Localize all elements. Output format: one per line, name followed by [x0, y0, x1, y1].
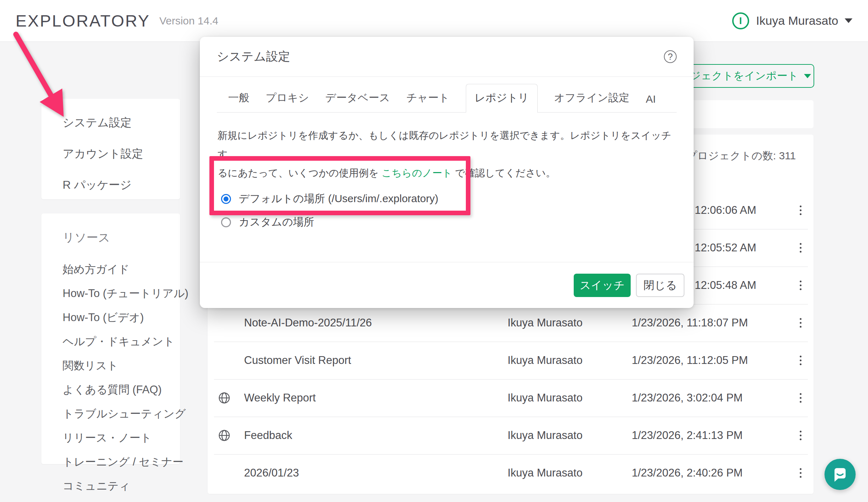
system-settings-modal: システム設定 ? 一般プロキシデータベースチャートレポジトリオフライン設定AI …: [200, 37, 694, 308]
radio-label: カスタムの場所: [239, 215, 314, 229]
tab-プロキシ[interactable]: プロキシ: [266, 84, 309, 112]
row-menu-icon[interactable]: [797, 428, 804, 443]
radio-selected-icon[interactable]: [221, 194, 231, 204]
project-row[interactable]: FeedbackIkuya Murasato1/23/2026, 2:41:13…: [208, 417, 814, 454]
menu-dot: [800, 476, 802, 478]
project-owner: Ikuya Murasato: [508, 392, 583, 404]
project-owner: Ikuya Murasato: [508, 429, 583, 442]
menu-dot: [800, 393, 802, 395]
resource-link[interactable]: How-To (ビデオ): [63, 310, 173, 325]
description-line2: るにあたって、いくつかの使用例を こちらのノート で確認してください。: [218, 164, 676, 182]
tab-AI[interactable]: AI: [646, 87, 656, 112]
project-row[interactable]: Customer Visit ReportIkuya Murasato1/23/…: [208, 342, 814, 379]
project-row[interactable]: Note-AI-Demo-2025/11/26Ikuya Murasato1/2…: [208, 304, 814, 342]
menu-dot: [800, 401, 802, 403]
resource-link[interactable]: コミュニティ: [63, 479, 173, 494]
project-name: Note-AI-Demo-2025/11/26: [244, 316, 372, 329]
chat-launcher-button[interactable]: [824, 459, 856, 490]
repository-location-options: デフォルトの場所 (/Users/im/.exploratory)カスタムの場所: [221, 193, 676, 229]
app-header: EXPLORATORY Version 14.4 I Ikuya Murasat…: [0, 0, 868, 42]
resource-link[interactable]: リリース・ノート: [63, 430, 173, 445]
project-timestamp: 1/23/2026, 11:18:07 PM: [632, 316, 748, 329]
resources-list: 始め方ガイドHow-To (チュートリアル)How-To (ビデオ)ヘルプ・ドキ…: [63, 262, 173, 494]
project-timestamp: 12:06:06 AM: [695, 204, 756, 217]
app-logo: EXPLORATORY: [16, 11, 150, 30]
radio-unselected-icon[interactable]: [221, 217, 231, 227]
menu-dot: [800, 468, 802, 470]
app-version: Version 14.4: [159, 15, 218, 27]
published-globe-icon: [218, 391, 231, 405]
tab-一般[interactable]: 一般: [228, 84, 249, 112]
repository-description: 新規にレポジトリを作成するか、もしくは既存のレポジトリを選択できます。レポジトリ…: [218, 126, 676, 183]
menu-dot: [800, 322, 802, 324]
project-owner: Ikuya Murasato: [508, 467, 583, 479]
project-owner: Ikuya Murasato: [508, 354, 583, 367]
menu-dot: [800, 318, 802, 320]
description-line2-pre: るにあたって、いくつかの使用例を: [218, 167, 382, 178]
row-menu-icon[interactable]: [797, 353, 804, 368]
menu-dot: [800, 289, 802, 290]
resource-link[interactable]: ヘルプ・ドキュメント: [63, 334, 173, 349]
project-timestamp: 1/23/2026, 2:40:26 PM: [632, 467, 743, 479]
project-name: Weekly Report: [244, 392, 316, 404]
description-line2-post: で確認してください。: [452, 167, 556, 178]
radio-option[interactable]: デフォルトの場所 (/Users/im/.exploratory): [221, 193, 676, 205]
user-name[interactable]: Ikuya Murasato: [756, 14, 838, 28]
modal-footer: スイッチ 閉じる: [200, 262, 694, 308]
project-timestamp: 1/23/2026, 3:02:04 PM: [632, 392, 743, 404]
project-count: プロジェクトの数: 311: [687, 149, 796, 163]
close-button[interactable]: 閉じる: [636, 274, 684, 297]
project-row[interactable]: Weekly ReportIkuya Murasato1/23/2026, 3:…: [208, 379, 814, 417]
project-timestamp: 1/23/2026, 2:41:13 PM: [632, 429, 743, 442]
resource-link[interactable]: How-To (チュートリアル): [63, 286, 173, 301]
description-line1: 新規にレポジトリを作成するか、もしくは既存のレポジトリを選択できます。レポジトリ…: [218, 126, 676, 164]
resource-link[interactable]: 関数リスト: [63, 358, 173, 373]
menu-dot: [800, 397, 802, 399]
menu-dot: [800, 285, 802, 286]
row-menu-icon[interactable]: [797, 203, 804, 218]
user-avatar[interactable]: I: [732, 12, 749, 29]
tab-レポジトリ[interactable]: レポジトリ: [466, 84, 538, 113]
note-link[interactable]: こちらのノート: [382, 167, 452, 178]
resources-title: リソース: [63, 230, 173, 246]
menu-dot: [800, 326, 802, 328]
menu-dot: [800, 360, 802, 361]
project-row[interactable]: 2026/01/23Ikuya Murasato1/23/2026, 2:40:…: [208, 454, 814, 492]
row-menu-icon[interactable]: [797, 278, 804, 293]
project-name: Customer Visit Report: [244, 354, 351, 367]
user-menu-caret-icon[interactable]: [845, 18, 852, 23]
menu-dot: [800, 439, 802, 440]
row-menu-icon[interactable]: [797, 240, 804, 256]
resource-link[interactable]: 始め方ガイド: [63, 262, 173, 277]
menu-dot: [800, 206, 802, 207]
row-menu-icon[interactable]: [797, 466, 804, 481]
switch-button[interactable]: スイッチ: [574, 274, 631, 297]
project-name: 2026/01/23: [244, 467, 299, 479]
help-icon[interactable]: ?: [664, 50, 677, 63]
radio-label: デフォルトの場所 (/Users/im/.exploratory): [239, 192, 438, 206]
row-menu-icon[interactable]: [797, 315, 804, 331]
import-caret-icon: [804, 74, 811, 78]
sidebar-item-R パッケージ[interactable]: R パッケージ: [63, 177, 173, 193]
chat-bubble-icon: [832, 466, 848, 483]
tab-データベース[interactable]: データベース: [325, 84, 390, 112]
tab-オフライン設定[interactable]: オフライン設定: [554, 84, 630, 112]
menu-dot: [800, 213, 802, 215]
project-timestamp: 1/23/2026, 11:12:05 PM: [632, 354, 748, 367]
resource-link[interactable]: トレーニング / セミナー: [63, 455, 173, 469]
app-window: EXPLORATORY Version 14.4 I Ikuya Murasat…: [0, 0, 868, 502]
sidebar-item-システム設定[interactable]: システム設定: [63, 115, 173, 131]
tab-チャート[interactable]: チャート: [406, 84, 450, 112]
project-name: Feedback: [244, 429, 292, 442]
resource-link[interactable]: トラブルシューティング: [63, 406, 173, 421]
menu-dot: [800, 243, 802, 245]
row-menu-icon[interactable]: [797, 390, 804, 406]
menu-dot: [800, 281, 802, 283]
sidebar-item-アカウント設定[interactable]: アカウント設定: [63, 146, 173, 162]
modal-body: 新規にレポジトリを作成するか、もしくは既存のレポジトリを選択できます。レポジトリ…: [200, 113, 694, 229]
menu-dot: [800, 210, 802, 211]
radio-option[interactable]: カスタムの場所: [221, 216, 676, 229]
resource-link[interactable]: よくある質問 (FAQ): [63, 382, 173, 397]
menu-dot: [800, 472, 802, 474]
sidebar-settings-card: システム設定アカウント設定R パッケージ: [41, 99, 180, 199]
